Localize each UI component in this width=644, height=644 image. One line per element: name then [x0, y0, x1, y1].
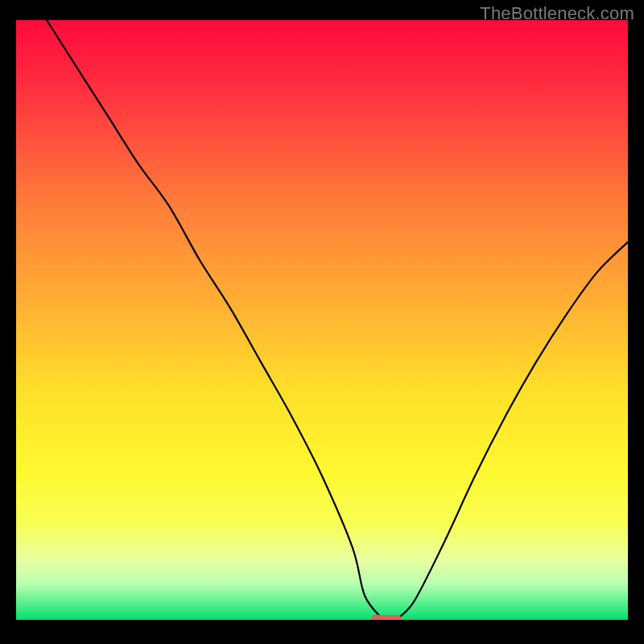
chart-container: TheBottleneck.com — [0, 0, 644, 644]
gradient-background — [16, 20, 628, 620]
watermark-label: TheBottleneck.com — [480, 3, 634, 24]
chart-svg — [16, 20, 628, 620]
plot-area — [16, 20, 628, 620]
trough-marker — [371, 615, 402, 620]
